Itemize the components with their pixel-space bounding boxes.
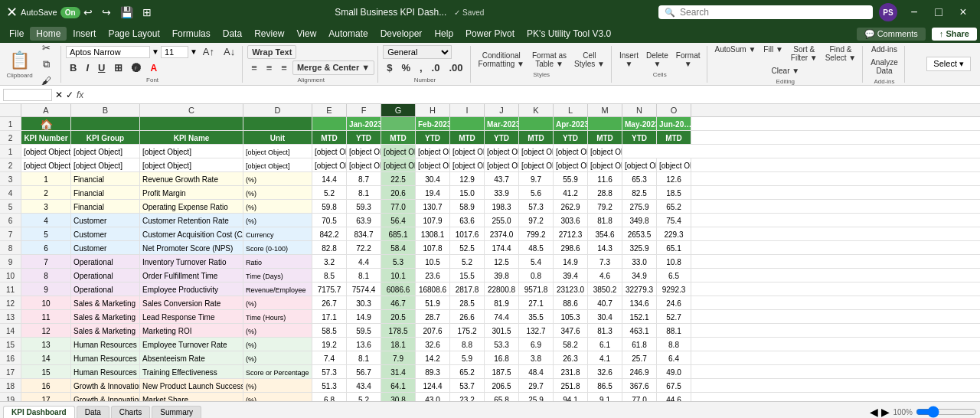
increase-decimal-button[interactable]: .0 [428,60,444,75]
cell-r15-c10[interactable]: 35.5 [519,310,554,323]
zoom-slider[interactable] [916,406,977,418]
cell-r6-c2[interactable]: Profit Margin [140,186,243,199]
cell-r11-c8[interactable]: 5.2 [450,255,485,268]
menu-power-pivot[interactable]: Power Pivot [459,27,521,41]
cell-r6-c4[interactable]: 5.2 [312,186,347,199]
cell-r10-c13[interactable]: 325.9 [622,241,657,254]
col-header-g[interactable]: G [381,104,416,116]
cell-r18-c12[interactable]: 4.1 [588,351,622,364]
cell-r7-c14[interactable]: 65.2 [657,200,691,213]
cell-r20-c3[interactable]: (%) [243,379,312,392]
analyze-data-button[interactable]: AnalyzeData [867,57,901,77]
cell-r5-c1[interactable]: Financial [71,172,140,185]
add-ins-button[interactable]: Add-ins [868,44,900,55]
menu-view[interactable]: View [291,27,323,41]
cell-r5-c11[interactable]: 55.9 [554,172,588,185]
cell-r19-c11[interactable]: 231.8 [554,365,588,378]
cell-r12-c3[interactable]: Time (Days) [243,269,312,282]
cell-r16-c6[interactable]: 178.5 [381,324,416,337]
cell-r10-c3[interactable]: Score (0-100) [243,241,312,254]
cell-r16-c9[interactable]: 301.5 [485,324,519,337]
cell-r15-c9[interactable]: 74.4 [485,310,519,323]
decrease-decimal-button[interactable]: .00 [445,60,466,75]
cell-r17-c13[interactable]: 61.8 [622,338,657,351]
cell-r5-c9[interactable]: 43.7 [485,172,519,185]
italic-button[interactable]: I [82,60,93,75]
minimize-button[interactable]: − [903,2,925,23]
col-header-m[interactable]: M [588,104,622,116]
cell-r3-c11[interactable]: [object Object] [554,145,588,158]
cell-r8-c2[interactable]: Customer Retention Rate [140,214,243,227]
cell-r15-c7[interactable]: 28.7 [416,310,450,323]
cell-r7-c3[interactable]: (%) [243,200,312,213]
cell-r14-c9[interactable]: 81.9 [485,296,519,309]
col-header-h[interactable]: H [416,104,450,116]
cell-r14-c12[interactable]: 40.7 [588,296,622,309]
home-icon-cell[interactable]: 🏠 [21,117,71,130]
cell-r13-c4[interactable]: 7175.7 [312,282,347,296]
cell-r13-c2[interactable]: Employee Productivity [140,282,243,296]
cell-r13-c12[interactable]: 3850.2 [588,282,622,296]
cell-r18-c2[interactable]: Absenteeism Rate [140,351,243,364]
cell-r7-c11[interactable]: 262.9 [554,200,588,213]
cell-r20-c4[interactable]: 51.3 [312,379,347,392]
menu-file[interactable]: File [3,27,30,41]
clear-button[interactable]: Clear ▼ [769,65,803,77]
cell-r11-c14[interactable]: 10.8 [657,255,691,268]
comments-button[interactable]: 💬 Comments [857,28,926,41]
cell-r16-c5[interactable]: 59.5 [347,324,381,337]
col-header-o[interactable]: O [657,104,691,116]
cell-r17-c11[interactable]: 58.2 [554,338,588,351]
cell-r5-c14[interactable]: 12.6 [657,172,691,185]
cell-r12-c10[interactable]: 0.8 [519,269,554,282]
cell-r18-c6[interactable]: 7.9 [381,351,416,364]
cell-r10-c5[interactable]: 72.2 [347,241,381,254]
cell-r12-c2[interactable]: Order Fulfillment Time [140,269,243,282]
cell-r15-c6[interactable]: 20.5 [381,310,416,323]
sheet-tab-active[interactable]: KPI Dashboard [3,406,75,418]
cell-r19-c9[interactable]: 187.5 [485,365,519,378]
cell-r15-c4[interactable]: 17.1 [312,310,347,323]
cell-r16-c4[interactable]: 58.5 [312,324,347,337]
cell-r14-c5[interactable]: 30.3 [347,296,381,309]
cell-r12-c13[interactable]: 34.9 [622,269,657,282]
cell-r15-c13[interactable]: 152.1 [622,310,657,323]
cell-r17-c14[interactable]: 8.8 [657,338,691,351]
autosave-toggle[interactable]: On [60,7,80,18]
cell-r20-c10[interactable]: 29.7 [519,379,554,392]
cell-r14-c8[interactable]: 28.5 [450,296,485,309]
col-header-c[interactable]: C [140,104,243,116]
cell-r18-c11[interactable]: 26.3 [554,351,588,364]
autosum-button[interactable]: AutoSum ▼ [712,44,760,64]
cell-r12-c1[interactable]: Operational [71,269,140,282]
cell-r12-c4[interactable]: 8.5 [312,269,347,282]
cell-r7-c1[interactable]: Financial [71,200,140,213]
cell-r9-c10[interactable]: 799.2 [519,227,554,240]
cell-r4-c8[interactable]: [object Object] [450,158,485,171]
font-size-input[interactable] [161,46,188,58]
cell-r14-c10[interactable]: 27.1 [519,296,554,309]
cell-r19-c6[interactable]: 31.4 [381,365,416,378]
cell-r18-c14[interactable]: 6.4 [657,351,691,364]
cell-r10-c8[interactable]: 52.5 [450,241,485,254]
cell-r14-c13[interactable]: 134.6 [622,296,657,309]
cell-r16-c2[interactable]: Marketing ROI [140,324,243,337]
cell-r6-c8[interactable]: 15.0 [450,186,485,199]
cell-r19-c0[interactable]: 15 [21,365,71,378]
search-input[interactable] [680,7,833,18]
cell-r17-c2[interactable]: Employee Turnover Rate [140,338,243,351]
cell-r15-c0[interactable]: 11 [21,310,71,323]
cell-r9-c2[interactable]: Customer Acquisition Cost (CAC) [140,227,243,240]
cell-r7-c9[interactable]: 198.3 [485,200,519,213]
col-header-a[interactable]: A [21,104,71,116]
cell-r11-c9[interactable]: 12.5 [485,255,519,268]
cell-r6-c6[interactable]: 20.6 [381,186,416,199]
cell-r4-c11[interactable]: [object Object] [554,158,588,171]
cell-r12-c8[interactable]: 15.5 [450,269,485,282]
col-header-i[interactable]: I [450,104,485,116]
cell-r19-c8[interactable]: 65.2 [450,365,485,378]
cell-r11-c4[interactable]: 3.2 [312,255,347,268]
cell-r4-c7[interactable]: [object Object] [416,158,450,171]
cell-r6-c1[interactable]: Financial [71,186,140,199]
cell-r3-c9[interactable]: [object Object] [485,145,519,158]
